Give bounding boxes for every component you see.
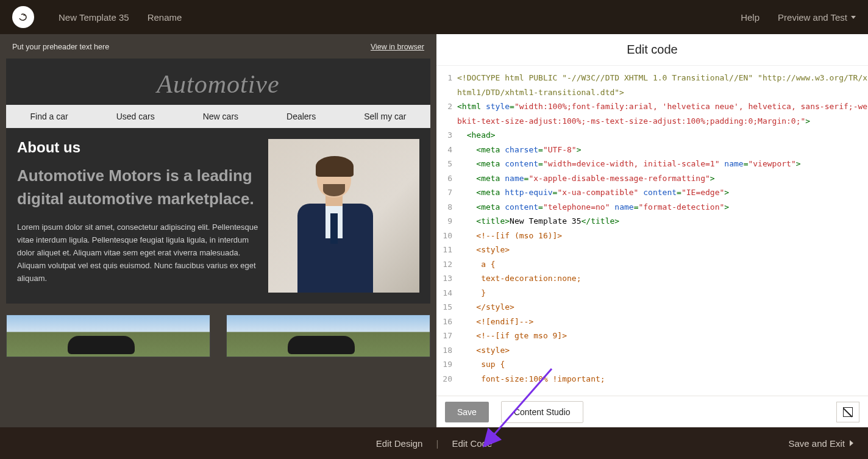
- car-image-2: [226, 315, 430, 357]
- code-actions: Save Content Studio: [436, 396, 868, 427]
- svg-point-0: [16, 10, 30, 24]
- about-image: [268, 139, 419, 293]
- car-image-1: [6, 315, 210, 357]
- about-section: About us Automotive Motors is a leading …: [6, 128, 430, 304]
- edit-code-tab[interactable]: Edit Code: [452, 438, 492, 449]
- help-link[interactable]: Help: [741, 12, 760, 23]
- save-exit-label: Save and Exit: [788, 438, 845, 449]
- nav-dealers[interactable]: Dealers: [286, 112, 316, 121]
- expand-editor-button[interactable]: [836, 402, 859, 422]
- about-body: Lorem ipsum dolor sit amet, consectetur …: [17, 221, 258, 285]
- about-text-column: About us Automotive Motors is a leading …: [17, 139, 258, 293]
- preview-test-dropdown[interactable]: Preview and Test: [778, 12, 856, 23]
- save-button[interactable]: Save: [445, 402, 489, 422]
- separator: |: [436, 438, 438, 449]
- code-panel: Edit code 1 2 34567891011121314151617181…: [436, 34, 868, 427]
- brand-logo-text: Automotive: [157, 70, 279, 98]
- email-preview-panel: Put your preheader text here View in bro…: [0, 34, 436, 427]
- nav-find-a-car[interactable]: Find a car: [30, 112, 68, 121]
- content-studio-button[interactable]: Content Studio: [501, 401, 583, 423]
- nav-sell-my-car[interactable]: Sell my car: [364, 112, 406, 121]
- view-in-browser-link[interactable]: View in browser: [371, 43, 424, 51]
- code-panel-title: Edit code: [436, 34, 868, 66]
- about-headline: Automotive Motors is a leading digital a…: [17, 165, 258, 210]
- email-nav-bar: Find a car Used cars New cars Dealers Se…: [6, 105, 430, 128]
- rename-button[interactable]: Rename: [148, 12, 182, 23]
- mailchimp-logo-icon[interactable]: [12, 6, 34, 28]
- top-bar: New Template 35 Rename Help Preview and …: [0, 0, 868, 34]
- preview-test-label: Preview and Test: [778, 12, 847, 23]
- preheader-row: Put your preheader text here View in bro…: [0, 34, 436, 59]
- expand-icon: [843, 407, 853, 417]
- template-name[interactable]: New Template 35: [59, 12, 129, 23]
- svg-point-1: [24, 15, 25, 16]
- car-image-row: [6, 315, 430, 357]
- bottom-bar: Edit Design | Edit Code Save and Exit: [0, 427, 868, 459]
- save-and-exit-button[interactable]: Save and Exit: [788, 438, 853, 449]
- code-gutter: 1 2 34567891011121314151617181920: [436, 66, 456, 396]
- chevron-down-icon: [851, 16, 856, 19]
- code-editor[interactable]: 1 2 34567891011121314151617181920 <!DOCT…: [436, 66, 868, 396]
- chevron-right-icon: [850, 440, 853, 446]
- nav-used-cars[interactable]: Used cars: [116, 112, 155, 121]
- about-title: About us: [17, 139, 258, 156]
- main-area: Put your preheader text here View in bro…: [0, 34, 868, 427]
- code-lines[interactable]: <!DOCTYPE html PUBLIC "-//W3C//DTD XHTML…: [456, 66, 868, 396]
- edit-design-tab[interactable]: Edit Design: [376, 438, 423, 449]
- brand-header: Automotive: [6, 59, 430, 105]
- preheader-text[interactable]: Put your preheader text here: [12, 43, 109, 51]
- email-body: Automotive Find a car Used cars New cars…: [6, 59, 430, 304]
- nav-new-cars[interactable]: New cars: [203, 112, 238, 121]
